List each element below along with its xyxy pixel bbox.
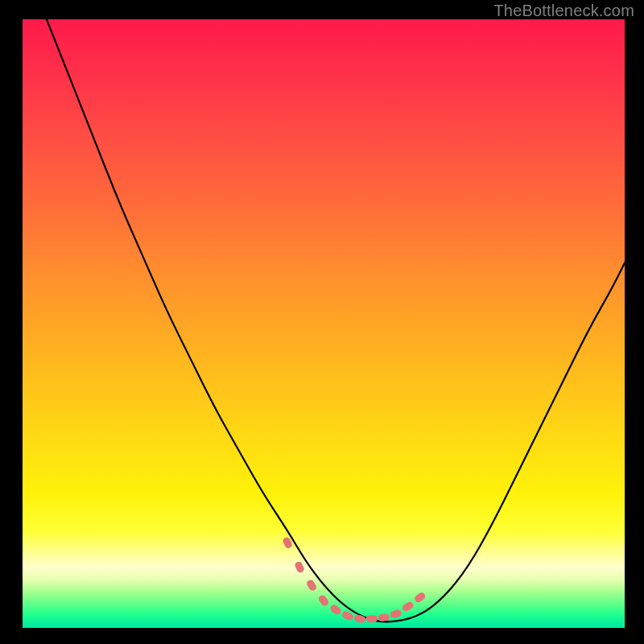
marker (329, 604, 343, 617)
curve-layer (23, 19, 625, 628)
optimal-markers (282, 536, 427, 624)
marker (317, 594, 330, 608)
marker (413, 591, 427, 604)
marker (294, 560, 305, 574)
plot-area (23, 19, 625, 628)
marker (378, 613, 390, 621)
marker (390, 609, 402, 619)
chart-frame: TheBottleneck.com (0, 0, 644, 644)
marker (305, 579, 317, 592)
bottleneck-curve (47, 19, 625, 621)
marker (366, 615, 378, 622)
marker (353, 614, 366, 624)
marker (401, 601, 415, 613)
watermark-text: TheBottleneck.com (493, 2, 634, 20)
